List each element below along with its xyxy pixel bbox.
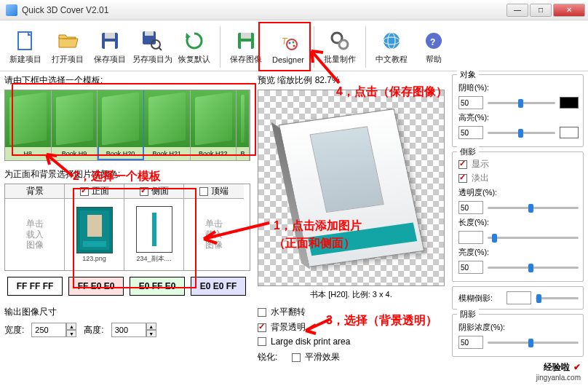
shadow-opacity-slider[interactable] [488,337,579,347]
spin-up[interactable]: ▲ [66,323,76,330]
svg-point-13 [289,42,291,44]
group-object: 对象 阴暗(%): 高亮(%): [452,74,584,147]
tutorial-button[interactable]: 中文教程 [370,23,413,71]
window-title: Quick 3D Cover V2.01 [22,5,505,15]
export-image-button[interactable]: 保存图像 [225,23,267,71]
checkbox-icon [258,323,266,332]
source-bg-head: 背景 [26,185,44,197]
svg-point-12 [287,39,297,50]
svg-rect-9 [241,33,251,39]
color-swatch[interactable]: E0 E0 FF [191,277,246,296]
floppy-icon [98,29,122,52]
svg-rect-24 [87,215,102,237]
globe-icon [380,29,403,52]
checkbox-icon [258,308,266,317]
refresh-icon [183,29,206,52]
length-slider[interactable] [488,232,579,243]
brightness-label: 亮度(%): [458,247,499,258]
svg-line-7 [159,47,162,50]
svg-point-14 [293,41,295,43]
svg-point-15 [293,44,295,47]
file-new-icon [14,29,37,52]
swatch-row: FF FF FF FF E0 E0 E0 FF E0 E0 E0 FF [4,277,250,296]
group-shadow: 阴影 阴影浓度(%): [452,314,584,357]
checkbox-icon[interactable] [199,187,208,196]
width-spinner[interactable]: ▲▼ [31,323,76,337]
designer-button[interactable]: T Designer [267,23,309,71]
group-blur-reflection: 模糊倒影: [452,286,584,310]
height-spinner[interactable]: ▲▼ [111,323,156,337]
checkbox-icon [458,174,467,183]
brightness-input[interactable] [458,261,483,274]
source-side[interactable]: 侧面 234_副本.... [124,184,184,270]
template-item[interactable]: B [237,90,250,160]
svg-text:?: ? [430,37,435,47]
spin-down[interactable]: ▼ [66,330,76,337]
opacity-input[interactable] [458,201,483,214]
bright-input[interactable] [458,126,483,139]
blur-input[interactable] [506,291,531,304]
annotation-text-4: 4，点击（保存图像） [336,84,448,100]
blur-label: 模糊倒影: [458,293,502,304]
spin-down[interactable]: ▼ [146,330,156,337]
annotation-text-1b: （正面和侧面） [274,236,355,251]
color-swatch[interactable]: FF E0 E0 [68,277,124,296]
width-input[interactable] [31,323,66,337]
color-swatch[interactable]: E0 FF E0 [130,277,185,296]
bright-label: 高亮(%): [458,112,499,123]
template-item[interactable]: Book H22 [191,90,237,160]
dark-slider[interactable] [488,98,555,108]
group-reflection: 倒影 显示 淡出 透明度(%): 长度(%): 亮度(%): [452,151,584,282]
help-button[interactable]: ? 帮助 [413,23,455,71]
brightness-slider[interactable] [488,262,579,272]
placeholder-text: 单击 载入 图像 [26,218,44,250]
shadow-opacity-input[interactable] [458,336,483,349]
color-well[interactable] [560,127,579,138]
app-icon [6,4,17,16]
opacity-slider[interactable] [488,202,579,213]
source-top-head: 顶端 [211,185,229,197]
maximize-button[interactable]: □ [530,4,552,17]
minimize-button[interactable]: — [506,4,528,17]
template-item[interactable]: Book H21 [144,90,191,160]
checkbox-icon [458,160,467,169]
spin-up[interactable]: ▲ [146,323,156,330]
color-well[interactable] [560,97,579,109]
saveas-project-button[interactable]: 另存项目为 [131,23,173,71]
large-disk-checkbox[interactable]: Large disk print area [258,336,445,347]
height-input[interactable] [111,323,146,337]
dark-input[interactable] [458,96,483,109]
group-title: 对象 [457,69,479,80]
toolbar: 新建项目 打开项目 保存项目 另存项目为 恢复默认 保存图像 T Designe… [0,20,588,71]
open-project-button[interactable]: 打开项目 [47,23,89,71]
height-label: 高度: [84,324,103,336]
restore-default-button[interactable]: 恢复默认 [173,23,215,71]
save-project-button[interactable]: 保存项目 [89,23,131,71]
template-section-label: 请由下框中选择一个模板: [4,74,250,87]
blur-slider[interactable] [536,293,579,303]
checkbox-icon[interactable] [80,187,89,196]
show-reflect-checkbox[interactable]: 显示 [458,158,579,170]
checkbox-icon [258,337,266,346]
svg-rect-26 [152,213,156,246]
svg-point-18 [384,33,400,49]
annotation-text-3: 3，选择（背景透明） [326,313,437,328]
source-side-head: 侧面 [151,185,169,197]
svg-rect-2 [105,33,115,39]
color-swatch[interactable]: FF FF FF [7,277,63,296]
length-input[interactable] [458,231,483,244]
floppy-search-icon [140,29,164,52]
bright-slider[interactable] [488,127,555,138]
opacity-label: 透明度(%): [458,187,499,198]
template-item[interactable]: Book H20 [98,90,144,160]
fade-reflect-checkbox[interactable]: 淡出 [458,172,579,184]
checkbox-icon[interactable] [140,187,148,196]
arrow-icon [199,218,272,251]
svg-rect-25 [83,241,106,247]
source-front[interactable]: 正面 123.png [65,184,124,270]
close-button[interactable]: ✕ [553,4,585,17]
source-bg[interactable]: 背景 单击 载入 图像 [5,184,65,270]
smooth-checkbox[interactable]: 平滑效果 [292,351,340,363]
side-filename: 234_副本.... [127,254,180,264]
new-project-button[interactable]: 新建项目 [4,23,47,71]
